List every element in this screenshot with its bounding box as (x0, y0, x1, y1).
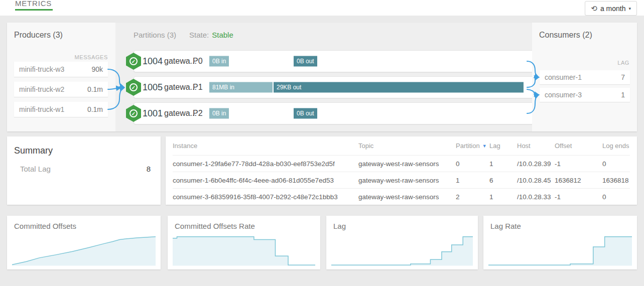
bytes-out-badge: 0B out (294, 108, 317, 119)
partition-healthy-hexagon-icon: ✓ (126, 53, 141, 70)
column-header-topic[interactable]: Topic (358, 142, 456, 150)
cell-log-ends: 0 (602, 160, 630, 168)
total-lag-value: 8 (147, 165, 151, 173)
topic-flow-panel: Producers (3) MESSAGES minifi-truck-w3 9… (7, 23, 637, 131)
producer-item[interactable]: minifi-truck-w3 90k (14, 62, 108, 77)
chart-title: Lag (333, 222, 346, 230)
cell-host: /10.0.28.33 (517, 193, 555, 201)
partition-number: P2 (193, 109, 203, 118)
cell-instance: consumer-1-6b0e4ffc-6f4c-4eee-ad06-81d05… (173, 177, 358, 184)
consumer-name: consumer-1 (545, 73, 582, 81)
cell-instance: consumer-3-68359916-35f8-4007-b292-c48e7… (173, 193, 358, 201)
table-row[interactable]: consumer-1-6b0e4ffc-6f4c-4eee-ad06-81d05… (173, 172, 630, 188)
consumer-name: consumer-3 (545, 91, 582, 99)
broker-id: 1005 (143, 82, 163, 93)
partition-healthy-hexagon-icon: ✓ (126, 105, 141, 122)
consumer-lag: 1 (621, 91, 625, 99)
column-header-partition[interactable]: Partition▼ (456, 142, 489, 150)
cell-topic: gateway-west-raw-sensors (358, 160, 456, 168)
summary-title: Summary (14, 146, 53, 156)
area-chart (331, 234, 473, 266)
cell-topic: gateway-west-raw-sensors (358, 193, 456, 201)
chart-title: Lag Rate (490, 222, 521, 230)
cell-partition: 2 (456, 193, 489, 201)
top-bar: METRICS ⟲ a month ▾ (0, 0, 644, 16)
consumer-item[interactable]: consumer-1 7 (540, 70, 630, 84)
cell-log-ends: 1636818 (602, 177, 630, 184)
cell-partition: 1 (456, 177, 489, 184)
cell-offset: -1 (555, 160, 602, 168)
partition-card[interactable]: ✓ 1001 gatewa... P2 0B in 0B out (134, 102, 534, 124)
consumers-title: Consumers (2) (539, 31, 592, 40)
chart-committed-offsets: Committed Offsets (7, 216, 161, 269)
producers-title: Producers (3) (14, 31, 63, 40)
partition-number: P1 (193, 83, 203, 92)
cell-lag: 1 (489, 193, 517, 201)
consumer-item[interactable]: consumer-3 1 (540, 88, 630, 102)
bytes-in-badge: 0B in (209, 108, 229, 119)
chart-lag: Lag (326, 216, 478, 269)
partition-topic: gatewa... (164, 83, 197, 92)
caret-down-icon: ▾ (628, 6, 631, 11)
area-chart (173, 234, 315, 266)
tab-metrics[interactable]: METRICS (15, 0, 53, 11)
area-chart (488, 234, 632, 266)
history-icon: ⟲ (591, 5, 597, 12)
partition-card[interactable]: ✓ 1004 gatewa... P0 0B in 0B out (134, 50, 534, 72)
producer-name: minifi-truck-w1 (19, 105, 64, 113)
partition-healthy-hexagon-icon: ✓ (126, 79, 141, 96)
table-row[interactable]: consumer-1-29fa6e77-78dd-428a-b030-eef87… (173, 155, 630, 172)
summary-card: Summary Total Lag 8 (7, 136, 161, 205)
producer-name: minifi-truck-w2 (19, 85, 64, 93)
producer-messages: 90k (91, 65, 103, 73)
tab-metrics-label: METRICS (15, 0, 53, 11)
lag-column-label: LAG (617, 60, 629, 66)
chart-lag-rate: Lag Rate (483, 216, 637, 269)
producer-item[interactable]: minifi-truck-w2 0.1m (14, 82, 108, 97)
messages-column-label: MESSAGES (74, 54, 108, 60)
partition-card[interactable]: ✓ 1005 gatewa... P1 81MB in 29KB out (134, 76, 534, 98)
column-header-instance[interactable]: Instance (173, 142, 358, 150)
cell-offset: 1636812 (555, 177, 602, 184)
bytes-out-bar: 29KB out (274, 82, 524, 93)
partitions-panel: Partitions (3) State: Stable ✓ 1004 gate… (115, 23, 532, 131)
producer-messages: 0.1m (87, 105, 103, 113)
check-icon: ✓ (130, 83, 138, 91)
cell-host: /10.0.28.45 (517, 177, 555, 184)
cell-offset: -1 (555, 193, 602, 201)
broker-id: 1001 (143, 108, 163, 119)
partition-number: P0 (193, 57, 203, 66)
cell-lag: 1 (489, 160, 517, 168)
chart-title: Committed Offsets Rate (175, 222, 255, 230)
producer-name: minifi-truck-w3 (19, 65, 64, 73)
sort-desc-icon: ▼ (482, 144, 487, 149)
table-row[interactable]: consumer-3-68359916-35f8-4007-b292-c48e7… (173, 188, 630, 205)
chart-committed-offsets-rate: Committed Offsets Rate (168, 216, 320, 269)
partition-topic: gatewa... (164, 57, 197, 66)
partitions-title: Partitions (3) (134, 31, 176, 39)
producer-messages: 0.1m (87, 85, 103, 93)
column-header-host[interactable]: Host (517, 142, 555, 150)
column-header-offset[interactable]: Offset (555, 142, 602, 150)
consumer-lag: 7 (621, 73, 625, 81)
producer-item[interactable]: minifi-truck-w1 0.1m (14, 102, 108, 117)
column-header-log-ends[interactable]: Log ends (602, 142, 630, 150)
check-icon: ✓ (130, 109, 138, 117)
cell-topic: gateway-west-raw-sensors (358, 177, 456, 184)
chart-title: Committed Offsets (14, 222, 76, 230)
cell-instance: consumer-1-29fa6e77-78dd-428a-b030-eef87… (173, 160, 358, 168)
state-label: State: (189, 31, 209, 39)
time-range-button[interactable]: ⟲ a month ▾ (585, 1, 637, 16)
time-range-label: a month (600, 5, 626, 13)
bytes-in-bar: 81MB in (209, 82, 273, 93)
bytes-in-badge: 0B in (209, 56, 229, 67)
broker-id: 1004 (143, 56, 163, 67)
column-header-lag[interactable]: Lag (489, 142, 517, 150)
state-value: Stable (212, 31, 233, 39)
cell-lag: 6 (489, 177, 517, 184)
cell-host: /10.0.28.39 (517, 160, 555, 168)
bytes-out-badge: 0B out (294, 56, 317, 67)
area-chart (12, 234, 156, 266)
cell-partition: 0 (456, 160, 489, 168)
consumers-panel: Consumers (2) LAG consumer-1 7 consumer-… (532, 23, 637, 131)
